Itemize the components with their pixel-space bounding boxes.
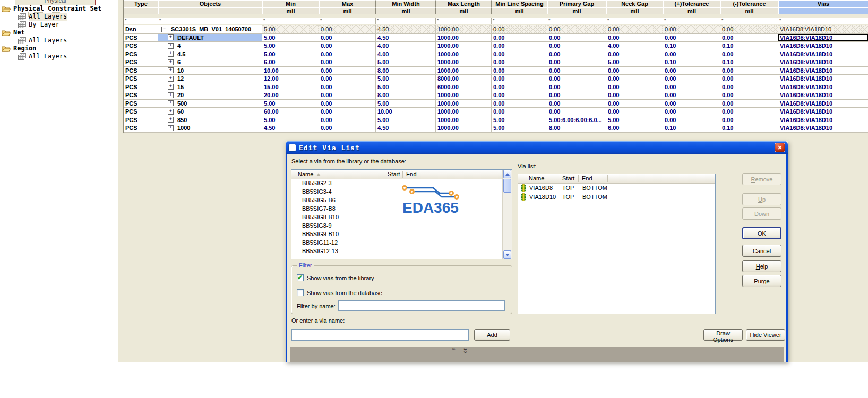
- cell-12-tolerance[interactable]: 0.00: [720, 75, 778, 83]
- cell-10-tolerance[interactable]: 0.00: [720, 67, 778, 75]
- cell-default-min-line-spacing[interactable]: 0.00: [492, 34, 547, 42]
- row-object-sc3301s-mb-v01-14050700[interactable]: −SC3301S_MB_V01_14050700: [158, 25, 262, 34]
- cell-15-max[interactable]: 0.00: [319, 83, 376, 92]
- cell-4-5-min[interactable]: 5.00: [262, 50, 319, 59]
- library-item-bb5sig9-b10[interactable]: BB5SIG9-B10: [291, 230, 503, 238]
- expand-toggle-icon[interactable]: +: [168, 51, 174, 57]
- cell-10-min-width[interactable]: 8.00: [376, 67, 436, 75]
- cell-6-tolerance[interactable]: 0.10: [663, 58, 720, 67]
- cell-1000-vias[interactable]: VIA16D8:VIA18D10: [778, 124, 868, 133]
- column-header-neck-gap[interactable]: Neck Gap: [606, 0, 663, 7]
- scroll-up-icon[interactable]: [503, 170, 511, 178]
- cell-60-primary-gap[interactable]: 0.00: [547, 108, 606, 116]
- cell-500-primary-gap[interactable]: 0.00: [547, 100, 606, 108]
- cell-12-primary-gap[interactable]: 0.00: [547, 75, 606, 83]
- cell-sc3301s-mb-v01-14050700-min-line-spacing[interactable]: 0.00: [492, 25, 547, 34]
- expand-toggle-icon[interactable]: +: [168, 117, 174, 123]
- via-name-input[interactable]: [291, 329, 469, 341]
- column-header-max[interactable]: Max: [319, 0, 376, 7]
- cell-1000-min-width[interactable]: 4.50: [376, 124, 436, 133]
- cell-sc3301s-mb-v01-14050700-primary-gap[interactable]: 0.00: [547, 25, 606, 34]
- row-object-6[interactable]: +6: [158, 58, 262, 67]
- column-header-min-line-spacing[interactable]: Min Line Spacing: [492, 0, 547, 7]
- via-list-item-via18d10[interactable]: VIA18D10TOPBOTTOM: [518, 193, 715, 202]
- purge-button[interactable]: Purge: [742, 275, 781, 287]
- column-header-min[interactable]: Min: [262, 0, 319, 7]
- cell-20-primary-gap[interactable]: 0.00: [547, 91, 606, 100]
- cell-15-max-length[interactable]: 6000.00: [436, 83, 492, 92]
- cell-20-neck-gap[interactable]: 0.00: [606, 91, 663, 100]
- cell-850-vias[interactable]: VIA16D8:VIA18D10: [778, 116, 868, 125]
- library-item-bb5sig8-b10[interactable]: BB5SIG8-B10: [291, 213, 503, 221]
- cell-60-max-length[interactable]: 1000.00: [436, 108, 492, 116]
- cell-12-min-line-spacing[interactable]: 0.00: [492, 75, 547, 83]
- cell-15-primary-gap[interactable]: 0.00: [547, 83, 606, 92]
- cell-sc3301s-mb-v01-14050700-vias[interactable]: VIA16D8:VIA18D10: [778, 25, 868, 34]
- cell-20-min-line-spacing[interactable]: 0.00: [492, 91, 547, 100]
- cell-20-max[interactable]: 0.00: [319, 91, 376, 100]
- filter-cell-min-line-spacing[interactable]: *: [492, 18, 547, 24]
- cell-4-5-tolerance[interactable]: 0.00: [720, 50, 778, 59]
- expand-toggle-icon[interactable]: +: [168, 109, 174, 115]
- library-item-bb5sig12-13[interactable]: BB5SIG12-13: [291, 247, 503, 255]
- dialog-titlebar[interactable]: Edit Via List: [286, 141, 788, 154]
- cell-12-min-width[interactable]: 5.00: [376, 75, 436, 83]
- show-vias-database-checkbox[interactable]: [297, 289, 304, 296]
- cell-4-5-max-length[interactable]: 1000.00: [436, 50, 492, 59]
- row-object-12[interactable]: +12: [158, 75, 262, 83]
- cell-6-neck-gap[interactable]: 5.00: [606, 58, 663, 67]
- cell-4-5-max[interactable]: 0.00: [319, 50, 376, 59]
- cell-4-5-vias[interactable]: VIA16D8:VIA18D10: [778, 50, 868, 59]
- cell-sc3301s-mb-v01-14050700-tolerance[interactable]: 0.00: [720, 25, 778, 34]
- column-header-min-width[interactable]: Min Width: [376, 0, 436, 7]
- cell-10-max[interactable]: 0.00: [319, 67, 376, 75]
- cell-20-min[interactable]: 20.00: [262, 91, 319, 100]
- cell-15-tolerance[interactable]: 0.00: [720, 83, 778, 92]
- cell-850-min[interactable]: 5.00: [262, 116, 319, 125]
- filter-cell-vias[interactable]: *: [778, 18, 868, 24]
- cell-6-primary-gap[interactable]: 0.00: [547, 58, 606, 67]
- cell-10-min-line-spacing[interactable]: 0.00: [492, 67, 547, 75]
- cell-4-5-min-line-spacing[interactable]: 0.00: [492, 50, 547, 59]
- cell-6-tolerance[interactable]: 0.10: [720, 58, 778, 67]
- filter-cell-neck-gap[interactable]: *: [606, 18, 663, 24]
- cell-12-tolerance[interactable]: 0.00: [663, 75, 720, 83]
- cell-sc3301s-mb-v01-14050700-max-length[interactable]: 1000.00: [436, 25, 492, 34]
- cell-20-tolerance[interactable]: 0.00: [720, 91, 778, 100]
- library-col-end[interactable]: End: [406, 171, 417, 177]
- filter-cell-primary-gap[interactable]: *: [547, 18, 606, 24]
- show-vias-library-checkbox[interactable]: [297, 274, 304, 281]
- cell-6-max-length[interactable]: 1000.00: [436, 58, 492, 67]
- cell-sc3301s-mb-v01-14050700-max[interactable]: 0.00: [319, 25, 376, 34]
- library-list-header[interactable]: Name Start End: [291, 170, 512, 179]
- cell-6-max[interactable]: 0.00: [319, 58, 376, 67]
- cell-850-max-length[interactable]: 1000.00: [436, 116, 492, 125]
- via-list-item-via16d8[interactable]: VIA16D8TOPBOTTOM: [518, 184, 715, 193]
- cell-850-max[interactable]: 0.00: [319, 116, 376, 125]
- row-object-4[interactable]: +4: [158, 42, 262, 50]
- expand-toggle-icon[interactable]: +: [168, 34, 174, 40]
- tree-item-physical-constraint-set-by-layer[interactable]: By Layer: [0, 21, 118, 29]
- cell-20-vias[interactable]: VIA16D8:VIA18D10: [778, 91, 868, 100]
- row-object-4-5[interactable]: +4.5: [158, 50, 262, 59]
- library-item-bb5sig8-9[interactable]: BB5SIG8-9: [291, 221, 503, 230]
- expand-toggle-icon[interactable]: +: [168, 67, 174, 73]
- filter-cell-min[interactable]: *: [262, 18, 319, 24]
- cell-10-vias[interactable]: VIA16D8:VIA18D10: [778, 67, 868, 75]
- cell-6-vias[interactable]: VIA16D8:VIA18D10: [778, 58, 868, 67]
- cell-10-min[interactable]: 10.00: [262, 67, 319, 75]
- cell-850-primary-gap[interactable]: 5.00:6.00:6.00:6.0...: [547, 116, 606, 125]
- hide-viewer-button[interactable]: Hide Viewer: [746, 329, 785, 341]
- cell-10-primary-gap[interactable]: 0.00: [547, 67, 606, 75]
- cell-4-tolerance[interactable]: 0.10: [663, 42, 720, 50]
- cell-default-max[interactable]: 0.00: [319, 34, 376, 42]
- help-button[interactable]: Help: [742, 260, 781, 272]
- row-object-15[interactable]: +15: [158, 83, 262, 92]
- cell-500-max[interactable]: 0.00: [319, 100, 376, 108]
- expand-toggle-icon[interactable]: +: [168, 125, 174, 131]
- cell-850-neck-gap[interactable]: 5.00: [606, 116, 663, 125]
- tree-folder-region[interactable]: Region: [0, 45, 118, 53]
- cell-60-min-line-spacing[interactable]: 0.00: [492, 108, 547, 116]
- cell-4-5-min-width[interactable]: 4.00: [376, 50, 436, 59]
- collapse-toggle-icon[interactable]: −: [161, 27, 167, 32]
